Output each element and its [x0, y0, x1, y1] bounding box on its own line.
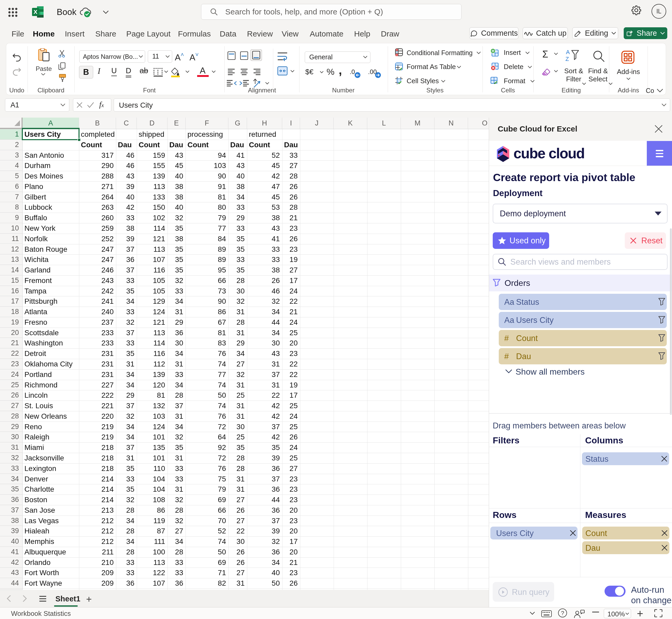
svg-text:X: X [33, 9, 38, 15]
svg-text:Z: Z [565, 56, 569, 62]
svg-text:A: A [566, 49, 570, 55]
svg-text:.0: .0 [350, 68, 355, 75]
